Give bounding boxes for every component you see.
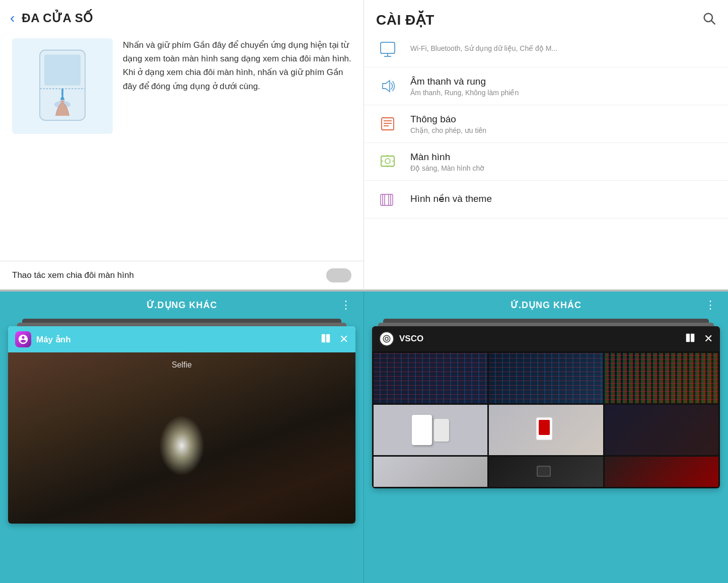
- panel-da-cua-so: ‹ ĐA CỬA SỐ Nhấn và giữ phím Gần đây: [0, 0, 364, 292]
- header-cai-dat: CÀI ĐẶT: [364, 0, 728, 37]
- display-main-label: Màn hình: [410, 152, 716, 163]
- split-view-toggle-row: Thao tác xem chia đôi màn hình: [0, 261, 363, 289]
- svg-rect-32: [539, 420, 550, 435]
- panel-cai-dat: CÀI ĐẶT Wi-Fi, Bluetooth, Sử dụng dữ liệ…: [364, 0, 728, 292]
- bottom-right-title: Ứ.DỤNG KHÁC: [511, 300, 581, 311]
- da-cua-so-content: Nhấn và giữ phím Gần đây để chuyển ứng d…: [0, 33, 363, 261]
- vsco-app-icon: [379, 331, 394, 346]
- settings-text-connections: Wi-Fi, Bluetooth, Sử dụng dữ liệu, Chế đ…: [410, 44, 716, 52]
- camera-split-icon[interactable]: [320, 333, 331, 346]
- photo-cell-6: [605, 405, 718, 455]
- connections-sub-label: Wi-Fi, Bluetooth, Sử dụng dữ liệu, Chế đ…: [410, 44, 716, 52]
- camera-app-icon: [15, 331, 31, 347]
- settings-item-notifications[interactable]: Thông báo Chặn, cho phép, ưu tiên: [364, 105, 728, 143]
- photo-cell-9: [605, 457, 718, 487]
- card-stack-right: [364, 319, 728, 326]
- sound-main-label: Âm thanh và rung: [410, 76, 716, 87]
- settings-item-wallpaper[interactable]: Hình nền và theme: [364, 181, 728, 218]
- svg-point-17: [385, 159, 390, 164]
- svg-point-28: [385, 337, 388, 340]
- stacked-card-bg-r: [383, 319, 709, 323]
- search-button[interactable]: [702, 11, 716, 29]
- svg-rect-7: [381, 42, 395, 53]
- vsco-split-icon[interactable]: [685, 332, 696, 345]
- stacked-card-mid-1: [17, 323, 346, 326]
- page-title-cai-dat: CÀI ĐẶT: [376, 12, 434, 28]
- settings-text-display: Màn hình Độ sáng, Màn hình chờ: [410, 152, 716, 172]
- settings-text-sound: Âm thanh và rung Âm thanh, Rung, Không l…: [410, 76, 716, 97]
- vsco-app-card[interactable]: VSCO ✕: [372, 326, 720, 488]
- settings-list: Wi-Fi, Bluetooth, Sử dụng dữ liệu, Chế đ…: [364, 37, 728, 289]
- photo-cell-7: [374, 457, 487, 487]
- photo-cell-4: [374, 405, 487, 455]
- photo-cell-3: [605, 353, 718, 403]
- svg-rect-30: [691, 334, 694, 342]
- svg-rect-25: [322, 334, 325, 343]
- svg-rect-26: [326, 334, 330, 343]
- bottom-left-header: Ứ.DỤNG KHÁC ⋮: [0, 292, 363, 319]
- stacked-card-mid-r: [378, 323, 714, 326]
- settings-text-wallpaper: Hình nền và theme: [410, 193, 716, 206]
- camera-card-actions: ✕: [320, 333, 348, 346]
- wallpaper-main-label: Hình nền và theme: [410, 193, 716, 204]
- vsco-card-header: VSCO ✕: [372, 326, 720, 351]
- svg-rect-2: [44, 54, 81, 85]
- header-da-cua-so: ‹ ĐA CỬA SỐ: [0, 0, 363, 33]
- display-icon: [376, 150, 399, 173]
- svg-point-27: [383, 335, 390, 342]
- camera-preview: Selfie: [8, 352, 355, 524]
- svg-line-6: [711, 21, 714, 24]
- split-view-label: Thao tác xem chia đôi màn hình: [12, 270, 134, 280]
- svg-rect-4: [61, 89, 63, 96]
- svg-rect-12: [382, 118, 394, 130]
- notifications-icon: [376, 112, 399, 135]
- photo-cell-2: [489, 353, 603, 403]
- connections-icon: [376, 37, 399, 60]
- photo-cell-1: [374, 353, 487, 403]
- camera-app-card[interactable]: Máy ảnh ✕ Selfie: [8, 326, 355, 524]
- vsco-app-name: VSCO: [399, 334, 680, 344]
- selfie-label: Selfie: [172, 360, 192, 370]
- svg-rect-34: [538, 467, 550, 476]
- settings-item-sound[interactable]: Âm thanh và rung Âm thanh, Rung, Không l…: [364, 67, 728, 105]
- illustration-image: [12, 38, 113, 134]
- notifications-main-label: Thông báo: [410, 114, 716, 125]
- photo-cell-5: [489, 405, 603, 455]
- camera-card-header: Máy ảnh ✕: [8, 326, 355, 352]
- camera-close-icon[interactable]: ✕: [339, 333, 348, 346]
- vsco-close-icon[interactable]: ✕: [704, 332, 713, 345]
- panel-bottom-right: Ứ.DỤNG KHÁC ⋮ VSCO ✕: [364, 292, 728, 583]
- svg-rect-29: [686, 334, 690, 342]
- split-view-toggle[interactable]: [326, 268, 351, 282]
- display-sub-label: Độ sáng, Màn hình chờ: [410, 164, 716, 172]
- card-stack-left: [10, 319, 353, 326]
- panel-bottom-left: Ứ.DỤNG KHÁC ⋮ Máy ảnh ✕: [0, 292, 364, 583]
- notifications-sub-label: Chặn, cho phép, ưu tiên: [410, 126, 716, 134]
- camera-lens-glow: [159, 415, 204, 476]
- vsco-photo-grid: [372, 351, 720, 488]
- vsco-card-actions: ✕: [685, 332, 713, 345]
- sound-icon: [376, 75, 399, 98]
- photo-cell-8: [489, 457, 603, 487]
- bottom-right-header: Ứ.DỤNG KHÁC ⋮: [364, 292, 728, 319]
- camera-app-name: Máy ảnh: [36, 334, 315, 345]
- settings-item-display[interactable]: Màn hình Độ sáng, Màn hình chờ: [364, 143, 728, 181]
- settings-text-notifications: Thông báo Chặn, cho phép, ưu tiên: [410, 114, 716, 134]
- svg-rect-23: [383, 194, 391, 205]
- stacked-card-bg-1: [22, 319, 341, 323]
- svg-marker-11: [383, 81, 390, 92]
- bottom-left-title: Ứ.DỤNG KHÁC: [147, 300, 217, 311]
- bottom-left-menu-button[interactable]: ⋮: [340, 299, 351, 312]
- back-button[interactable]: ‹: [10, 11, 15, 25]
- description-text: Nhấn và giữ phím Gần đây để chuyển ứng d…: [123, 38, 351, 251]
- wallpaper-icon: [376, 188, 399, 211]
- bottom-right-menu-button[interactable]: ⋮: [705, 299, 716, 312]
- settings-item-connections[interactable]: Wi-Fi, Bluetooth, Sử dụng dữ liệu, Chế đ…: [364, 37, 728, 67]
- sound-sub-label: Âm thanh, Rung, Không làm phiền: [410, 89, 716, 97]
- page-title-da-cua-so: ĐA CỬA SỐ: [22, 11, 93, 25]
